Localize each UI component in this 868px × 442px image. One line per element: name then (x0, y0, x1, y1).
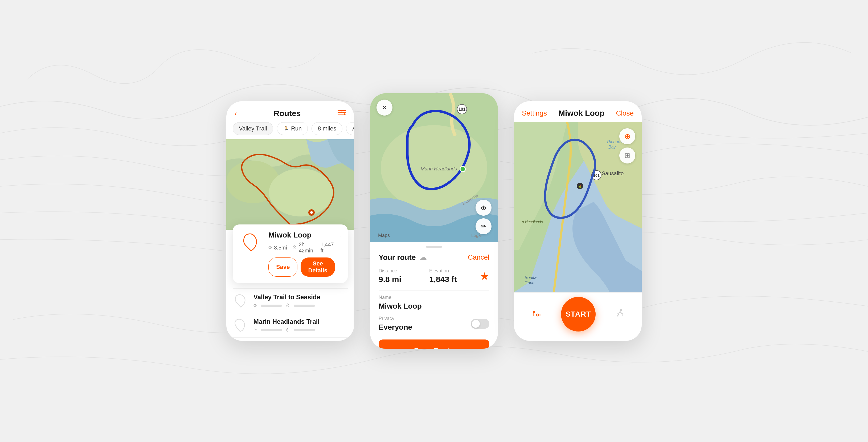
elevation-chart (340, 231, 341, 242)
elevation-label: Elevation (429, 268, 469, 274)
routes-tab[interactable] (532, 310, 541, 319)
miwok-title: Miwok Loop (558, 108, 604, 118)
route-map[interactable] (226, 139, 354, 230)
route-stats-row: Distance 9.8 mi Elevation 1,843 ft ★ (379, 268, 489, 284)
back-button[interactable]: ‹ (234, 109, 237, 118)
location-button[interactable]: ⊕ (475, 200, 492, 216)
name-value: Miwok Loop (379, 302, 489, 311)
svg-text:⛳: ⛳ (578, 185, 582, 188)
list-item[interactable]: Marin Headlands Trail ⟳ ⏱ (233, 313, 348, 337)
miwok-header: Settings Miwok Loop Close (514, 101, 642, 122)
filter-run-label: Run (291, 125, 302, 132)
svg-point-2 (344, 114, 345, 115)
svg-text:Bay: Bay (609, 145, 616, 149)
svg-point-36 (536, 314, 539, 316)
route-detail-map[interactable]: 101 Maps Legal Marin Headlands Bunker Rd… (370, 93, 498, 242)
details-button[interactable]: See Details (301, 257, 335, 277)
run-tab[interactable] (615, 309, 624, 320)
svg-text:Bonita: Bonita (525, 275, 536, 280)
route-duration: 2h 42min (299, 242, 315, 254)
run-icon: 🏃 (283, 126, 289, 131)
phone-save-route: 101 Maps Legal Marin Headlands Bunker Rd… (370, 93, 498, 349)
list-route-stats: ⟳ ⏱ (253, 303, 348, 308)
route-stats: ⟳ 8.5mi ⏱ 2h 42min 1,447 ft (269, 242, 335, 254)
svg-point-34 (533, 311, 535, 313)
your-route-label: Your route (379, 253, 415, 262)
svg-text:Maps: Maps (378, 233, 390, 238)
featured-route-card: Miwok Loop ⟳ 8.5mi ⏱ 2h 42min 1,447 ft (233, 224, 348, 283)
distance-label: Distance (379, 268, 418, 274)
privacy-value: Everyone (379, 323, 412, 332)
svg-text:Sausalito: Sausalito (602, 170, 624, 176)
miwok-map[interactable]: 101 Sausalito Richardson Bay Bonita Cove… (514, 122, 642, 292)
close-icon: ✕ (381, 103, 388, 112)
save-route-button[interactable]: Save Route (379, 340, 489, 349)
list-item[interactable]: Valley Trail to Seaside ⟳ ⏱ (233, 288, 348, 313)
sketch-route-row[interactable]: ✏ Sketch a Route › (226, 337, 354, 341)
route-name: Miwok Loop (269, 231, 335, 240)
filter-icon[interactable] (338, 108, 346, 118)
location-button[interactable]: ⊕ (619, 128, 635, 144)
layers-icon: ⊞ (624, 152, 630, 160)
filter-valley-trail[interactable]: Valley Trail (233, 122, 273, 135)
save-button[interactable]: Save (269, 257, 298, 277)
clock-icon: ⏱ (292, 245, 297, 251)
routes-tab-icon (532, 310, 541, 319)
location-icon: ⊕ (480, 204, 487, 212)
privacy-row: Privacy Everyone (379, 316, 489, 332)
route-save-content: Your route ☁ Cancel Distance 9.8 mi Elev… (370, 248, 498, 349)
start-button[interactable]: START (561, 297, 596, 332)
layers-button[interactable]: ⊞ (619, 148, 635, 163)
filter-bar: Valley Trail 🏃 Run 8 miles Any E (226, 122, 354, 139)
svg-point-11 (269, 168, 333, 217)
edit-icon: ✏ (480, 222, 487, 230)
close-button[interactable]: Close (616, 109, 634, 118)
list-route-name: Valley Trail to Seaside (253, 293, 348, 301)
cloud-icon: ☁ (420, 253, 427, 262)
name-label: Name (379, 295, 489, 301)
phone-routes: ‹ Routes Valley Trail (226, 101, 354, 341)
route-mini-map (239, 231, 263, 252)
privacy-label: Privacy (379, 316, 412, 321)
route-actions: Save See Details (269, 257, 335, 277)
elevation-value: 1,843 ft (429, 275, 469, 284)
run-tab-icon (615, 309, 624, 320)
svg-text:Cove: Cove (525, 281, 534, 285)
settings-button[interactable]: Settings (522, 109, 547, 118)
route-save-header: Your route ☁ Cancel (379, 253, 489, 262)
name-field: Name Miwok Loop (379, 295, 489, 311)
svg-text:Marin Headlands: Marin Headlands (421, 166, 457, 171)
filter-distance[interactable]: 8 miles (312, 122, 342, 135)
favorite-star[interactable]: ★ (480, 270, 489, 282)
route-icon (233, 318, 249, 333)
edit-button[interactable]: ✏ (475, 218, 492, 234)
svg-text:Legal: Legal (471, 233, 482, 238)
bottom-nav: START (514, 292, 642, 332)
location-icon: ⊕ (624, 132, 630, 141)
routes-title: Routes (274, 109, 301, 118)
svg-point-38 (620, 309, 622, 311)
list-route-name: Marin Headlands Trail (253, 318, 348, 325)
cancel-button[interactable]: Cancel (468, 253, 489, 261)
toggle-thumb (472, 320, 480, 328)
filter-label: Valley Trail (239, 125, 267, 132)
svg-point-18 (460, 166, 465, 172)
privacy-toggle[interactable] (471, 319, 489, 329)
svg-point-13 (310, 211, 313, 214)
close-button[interactable]: ✕ (376, 100, 393, 116)
filter-distance-label: 8 miles (318, 125, 336, 132)
routes-header: ‹ Routes (226, 101, 354, 122)
route-distance: 8.5mi (274, 245, 287, 251)
routes-list: Valley Trail to Seaside ⟳ ⏱ Marin Headla… (226, 283, 354, 337)
phones-container: ‹ Routes Valley Trail (226, 93, 642, 349)
svg-point-0 (338, 110, 340, 111)
route-icon (233, 294, 249, 308)
filter-run[interactable]: 🏃 Run (277, 122, 308, 135)
filter-elevation[interactable]: Any E (346, 122, 354, 135)
divider (379, 290, 489, 290)
phone-miwok-loop: Settings Miwok Loop Close 101 (514, 101, 642, 341)
route-elevation: 1,447 ft (320, 242, 335, 254)
list-route-stats: ⟳ ⏱ (253, 327, 348, 333)
filter-elevation-label: Any E (352, 125, 354, 132)
svg-text:101: 101 (459, 107, 466, 112)
